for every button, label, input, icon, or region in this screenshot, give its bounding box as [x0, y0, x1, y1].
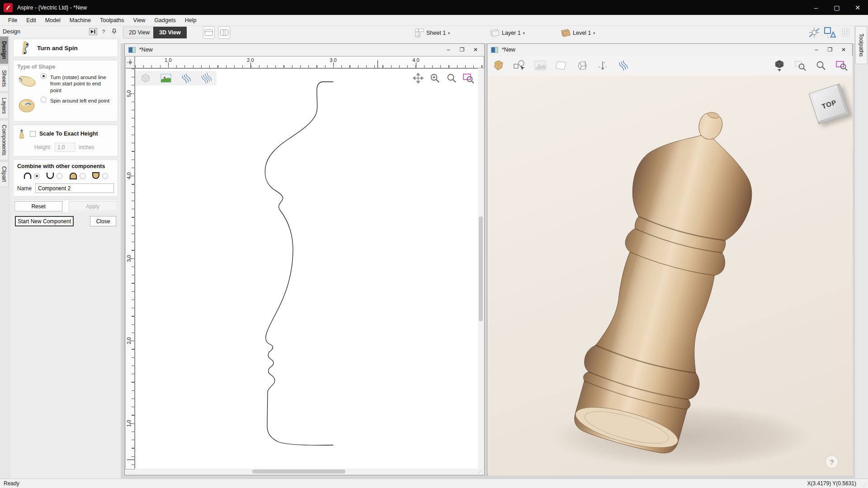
- menu-gadgets[interactable]: Gadgets: [150, 16, 180, 25]
- zoom-selection-icon[interactable]: [793, 58, 807, 73]
- set-datum-icon[interactable]: zxv: [595, 58, 610, 73]
- menu-help[interactable]: Help: [180, 16, 201, 25]
- reset-button[interactable]: Reset: [14, 201, 62, 211]
- bitmap-disabled-icon[interactable]: [533, 58, 547, 73]
- layer-dropdown[interactable]: Layer 1 ▾: [490, 28, 525, 38]
- sidebar-tab-layers[interactable]: Layers: [0, 93, 9, 119]
- app-close-button[interactable]: ✕: [847, 0, 868, 15]
- layout-split-window-icon[interactable]: [218, 26, 230, 39]
- window-3d-title: *New: [502, 47, 515, 53]
- menu-edit[interactable]: Edit: [22, 16, 41, 25]
- zoom-icon[interactable]: [814, 58, 828, 73]
- turn-and-spin-icon: [17, 40, 33, 56]
- ruler-origin-box: [125, 56, 135, 68]
- tab-2d-view[interactable]: 2D View: [123, 27, 156, 38]
- combine-merge-low-icon: [91, 172, 100, 179]
- app-maximize-button[interactable]: ▢: [826, 0, 847, 15]
- window-resize-grip[interactable]: ⋰: [863, 483, 867, 487]
- svg-text:z: z: [604, 61, 605, 64]
- toolbar-3d: zxv: [488, 56, 853, 75]
- menu-model[interactable]: Model: [41, 16, 65, 25]
- window-2d-titlebar[interactable]: *New – ❐ ✕: [125, 44, 484, 56]
- window-2d-minimize-button[interactable]: –: [443, 46, 453, 54]
- waves-3d-icon[interactable]: [616, 58, 631, 73]
- horizontal-scrollbar[interactable]: [135, 469, 479, 474]
- select-objects-icon[interactable]: [512, 58, 527, 73]
- scrollbar-thumb[interactable]: [479, 216, 483, 321]
- scale-to-exact-height-checkbox[interactable]: [30, 131, 36, 137]
- radio-combine-merge-high[interactable]: [80, 173, 85, 179]
- snap-geometry-icon[interactable]: [807, 26, 821, 39]
- menu-toolpaths[interactable]: Toolpaths: [95, 16, 129, 25]
- window-3d-minimize-button[interactable]: –: [811, 46, 821, 54]
- menu-view[interactable]: View: [129, 16, 150, 25]
- menu-machine[interactable]: Machine: [65, 16, 95, 25]
- start-new-component-button[interactable]: Start New Component: [15, 216, 74, 226]
- option-turn-label: Turn (rotate) around line from start poi…: [50, 73, 111, 94]
- radio-spin-left-end[interactable]: [41, 97, 47, 103]
- scrollbar-thumb[interactable]: [252, 469, 345, 474]
- window-2d-close-button[interactable]: ✕: [471, 46, 481, 54]
- app-title: Aspire - {Vectric Ltd} - *New: [17, 5, 87, 11]
- vertical-scrollbar[interactable]: [478, 68, 484, 469]
- option-spin-row: Spin around left end point: [17, 97, 114, 115]
- grid-snap-icon[interactable]: [839, 26, 853, 39]
- panel-pin-icon[interactable]: [110, 28, 118, 35]
- radio-combine-subtract[interactable]: [57, 173, 62, 179]
- radio-combine-add[interactable]: [34, 173, 40, 179]
- radio-turn-around-line[interactable]: [41, 73, 47, 79]
- zoom-box-icon[interactable]: [835, 58, 849, 73]
- tab-toolpaths[interactable]: Toolpaths: [855, 26, 867, 64]
- cursor-position-marker: [127, 460, 134, 460]
- vertical-ruler: 5.0 4.0 3.0 2.0 1.0: [125, 68, 135, 469]
- window-3d-close-button[interactable]: ✕: [839, 46, 849, 54]
- type-of-shape-card: Type of Shape Turn (rotate) around line …: [13, 60, 118, 122]
- level-icon: [561, 28, 571, 38]
- sidebar-tab-sheets[interactable]: Sheets: [0, 65, 9, 92]
- height-input[interactable]: [55, 143, 75, 152]
- svg-text:v: v: [599, 66, 600, 68]
- tab-3d-view[interactable]: 3D View: [153, 27, 187, 38]
- radio-combine-merge-low[interactable]: [102, 173, 108, 179]
- view-direction-cube-icon[interactable]: [772, 58, 787, 73]
- canvas-2d[interactable]: [135, 68, 479, 469]
- design-panel-title: Design: [3, 28, 87, 35]
- menu-file[interactable]: File: [4, 16, 22, 25]
- panel-help-icon[interactable]: ?: [99, 28, 108, 35]
- sheet-dropdown[interactable]: Sheet 1 ▾: [415, 28, 450, 38]
- menubar: File Edit Model Machine Toolpaths View G…: [0, 15, 868, 26]
- reset-apply-card: Reset Apply: [13, 200, 118, 213]
- sheet-icon: [415, 28, 424, 38]
- pepper-mill-model[interactable]: [488, 75, 853, 475]
- window-3d-maximize-button[interactable]: ❐: [825, 46, 835, 54]
- canvas-3d[interactable]: TOP ?: [488, 75, 853, 475]
- sidebar-tab-clipart[interactable]: Clipart: [0, 161, 9, 187]
- window-3d-titlebar[interactable]: *New – ❐ ✕: [487, 44, 852, 56]
- drawing-sheet-icon[interactable]: [554, 58, 568, 73]
- window-2d-maximize-button[interactable]: ❐: [457, 46, 467, 54]
- level-dropdown[interactable]: Level 1 ▾: [561, 28, 595, 38]
- option-spin-label: Spin around left end point: [50, 97, 111, 104]
- layer-caret-icon: ▾: [523, 31, 525, 35]
- smart-snap-icon[interactable]: [823, 26, 836, 39]
- wireframe-cube-icon[interactable]: [575, 58, 589, 73]
- close-button[interactable]: Close: [90, 216, 116, 226]
- layer-icon: [490, 28, 500, 38]
- h-ruler-label: 3.0: [330, 57, 336, 63]
- option-turn-row: Turn (rotate) around line from start poi…: [17, 73, 114, 94]
- height-label: Height:: [34, 144, 52, 150]
- panel-collapse-icon[interactable]: [89, 28, 97, 35]
- layout-single-window-icon[interactable]: [203, 26, 215, 39]
- profile-curve[interactable]: [135, 69, 479, 470]
- sheet-dropdown-label: Sheet 1: [426, 30, 446, 36]
- resize-grip[interactable]: ⋰: [478, 469, 483, 474]
- apply-button[interactable]: Apply: [69, 201, 117, 211]
- horizontal-ruler: 1.0 2.0 3.0 4.0: [135, 56, 484, 68]
- help-button[interactable]: ?: [825, 455, 839, 469]
- material-texture-icon[interactable]: [491, 58, 506, 73]
- sidebar-tab-design[interactable]: Design: [0, 36, 9, 64]
- level-caret-icon: ▾: [593, 31, 595, 35]
- app-minimize-button[interactable]: –: [806, 0, 826, 15]
- component-name-input[interactable]: [35, 183, 114, 193]
- sidebar-tab-components[interactable]: Components: [0, 120, 9, 160]
